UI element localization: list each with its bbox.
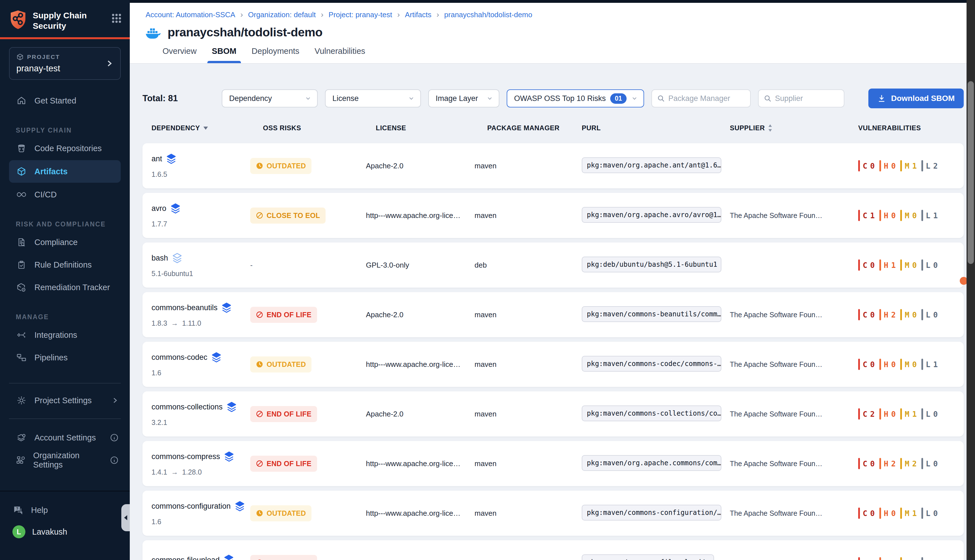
sidebar-item-pipelines[interactable]: Pipelines	[0, 346, 130, 369]
vuln-high-bar	[879, 259, 881, 271]
package-manager-cell: maven	[474, 211, 582, 220]
app-grid-icon[interactable]	[112, 13, 121, 23]
collapse-arrow-icon	[124, 515, 127, 520]
breadcrumb-organization[interactable]: Organization: default	[248, 10, 316, 19]
tab-sbom[interactable]: SBOM	[212, 47, 236, 63]
vuln-critical: C0	[858, 458, 875, 469]
vuln-low: L0	[922, 557, 938, 560]
purl-chip[interactable]: pkg:maven/commons-fileupload/…	[582, 554, 714, 560]
vuln-critical-bar	[858, 210, 860, 221]
table-row[interactable]: ant 1.6.5 →	[142, 143, 964, 188]
vuln-low: L1	[922, 210, 938, 221]
supplier-search	[758, 89, 845, 107]
dependency-version: 1.4.1 → 1.28.0	[152, 468, 250, 476]
scrollbar-thumb[interactable]	[968, 81, 974, 264]
ban-icon	[256, 311, 263, 318]
supplier-cell: The Apache Software Foun…	[730, 311, 858, 319]
sidebar-item-rule-definitions[interactable]: Rule Definitions	[0, 253, 130, 276]
sidebar-item-help[interactable]: ? Help	[0, 499, 130, 522]
column-header-purl: PURL	[582, 124, 730, 132]
table-row[interactable]: commons-codec 1.6 →	[142, 342, 964, 387]
sidebar-item-integrations[interactable]: Integrations	[0, 324, 130, 346]
brand-shield-logo	[9, 10, 27, 30]
sidebar-item-project-settings[interactable]: Project Settings	[0, 389, 130, 412]
purl-chip[interactable]: pkg:maven/org.apache.commons/com…	[582, 455, 721, 471]
license-cell: GPL-3.0-only	[366, 261, 474, 270]
column-header-oss-risks: OSS RISKS	[250, 124, 366, 132]
tab-overview[interactable]: Overview	[162, 47, 197, 63]
breadcrumb: Account: Automation-SSCA › Organization:…	[145, 10, 975, 19]
table-row[interactable]: bash 5.1-6ubuntu1 →	[142, 242, 964, 288]
table-row[interactable]: commons-compress 1.4.1 → 1.28.0	[142, 441, 964, 486]
purl-chip[interactable]: pkg:maven/commons-codec/commons-…	[582, 356, 721, 372]
purl-chip[interactable]: pkg:maven/commons-beanutils/comm…	[582, 306, 721, 322]
dependency-cell: commons-collections 3.2.1 →	[152, 402, 250, 427]
license-cell: Apache-2.0	[366, 162, 474, 170]
vuln-high: H0	[879, 557, 896, 560]
download-sbom-button[interactable]: Download SBOM	[868, 88, 964, 108]
license-filter-select[interactable]: License	[325, 89, 421, 107]
sidebar: Supply Chain Security PROJECT	[0, 0, 130, 560]
sidebar-item-label: Code Repositories	[34, 144, 102, 153]
vuln-medium-bar	[900, 259, 902, 271]
dependency-version: 5.1-6ubuntu1 →	[152, 270, 250, 278]
owasp-risks-filter-select[interactable]: OWASP OSS Top 10 Risks 01	[507, 89, 644, 107]
tab-vulnerabilities[interactable]: Vulnerabilities	[315, 47, 365, 63]
package-manager-cell: maven	[474, 310, 582, 319]
tab-deployments[interactable]: Deployments	[252, 47, 299, 63]
user-menu[interactable]: L Lavakush	[0, 525, 130, 538]
dependency-name: bash	[152, 254, 168, 263]
vuln-critical-bar	[858, 309, 860, 320]
supplier-search-input[interactable]	[775, 94, 839, 103]
divider	[9, 418, 121, 419]
vuln-high: H0	[879, 408, 896, 420]
column-header-dependency[interactable]: DEPENDENCY	[152, 124, 250, 132]
risk-label: OUTDATED	[267, 162, 306, 170]
layers-icon	[227, 402, 237, 413]
breadcrumb-account[interactable]: Account: Automation-SSCA	[145, 10, 235, 19]
purl-chip[interactable]: pkg:deb/ubuntu/bash@5.1-6ubuntu1	[582, 257, 721, 272]
project-selector[interactable]: PROJECT pranay-test	[9, 47, 121, 80]
license-cell: Apache-2.0	[366, 310, 474, 319]
dependency-filter-select[interactable]: Dependency	[222, 89, 318, 107]
ban-icon	[256, 410, 263, 418]
sidebar-item-remediation-tracker[interactable]: Remediation Tracker	[0, 276, 130, 298]
info-icon[interactable]	[110, 433, 119, 442]
sidebar-item-organization-settings[interactable]: Organization Settings	[0, 449, 130, 472]
chevron-down-icon	[486, 95, 493, 102]
package-manager-search-input[interactable]	[668, 94, 745, 103]
scrollbar-track[interactable]	[967, 0, 975, 560]
version-upgrade: → 1.28.0	[171, 468, 202, 476]
sidebar-item-account-settings[interactable]: Account Settings	[0, 426, 130, 449]
table-row[interactable]: commons-collections 3.2.1 →	[142, 392, 964, 437]
app-window: Supply Chain Security PROJECT	[0, 0, 975, 560]
table-row[interactable]: commons-configuration 1.6 →	[142, 491, 964, 536]
dependency-cell: bash 5.1-6ubuntu1 →	[152, 253, 250, 278]
table-row[interactable]: commons-fileupload →	[142, 540, 964, 560]
image-layer-filter-select[interactable]: Image Layer	[428, 89, 499, 107]
breadcrumb-artifacts[interactable]: Artifacts	[405, 10, 431, 19]
purl-chip[interactable]: pkg:maven/org.apache.avro/avro@1…	[582, 207, 721, 223]
table-row[interactable]: commons-beanutils 1.8.3 → 1.11.0	[142, 292, 964, 337]
sidebar-item-compliance[interactable]: Compliance	[0, 231, 130, 253]
sidebar-item-code-repositories[interactable]: Code Repositories	[0, 137, 130, 160]
purl-chip[interactable]: pkg:maven/commons-collections/co…	[582, 405, 721, 421]
table-row[interactable]: avro 1.7.7 →	[142, 193, 964, 238]
vuln-low-bar	[922, 408, 923, 420]
sidebar-item-cicd[interactable]: CI/CD	[0, 183, 130, 206]
breadcrumb-artifact-name[interactable]: pranaycshah/todolist-demo	[444, 10, 533, 19]
purl-chip[interactable]: pkg:maven/org.apache.ant/ant@1.6…	[582, 157, 721, 173]
oss-risk-cell: CLOSE TO EOL	[250, 208, 366, 223]
purl-chip[interactable]: pkg:maven/commons-configuration/…	[582, 505, 721, 520]
sidebar-item-get-started[interactable]: Get Started	[0, 89, 130, 112]
sidebar-item-artifacts[interactable]: Artifacts	[9, 160, 121, 183]
license-cell: http---www.apache.org-lice…	[366, 360, 474, 369]
breadcrumb-project[interactable]: Project: pranay-test	[329, 10, 392, 19]
info-icon[interactable]	[110, 456, 119, 464]
oss-risk-cell: END OF LIFE	[250, 456, 366, 472]
column-header-supplier[interactable]: SUPPLIER	[730, 124, 858, 132]
sidebar-collapse-handle[interactable]	[121, 504, 130, 531]
clock-icon	[256, 510, 263, 517]
column-header-vulnerabilities: VULNERABILITIES	[858, 124, 964, 132]
vuln-medium-bar	[900, 557, 902, 560]
